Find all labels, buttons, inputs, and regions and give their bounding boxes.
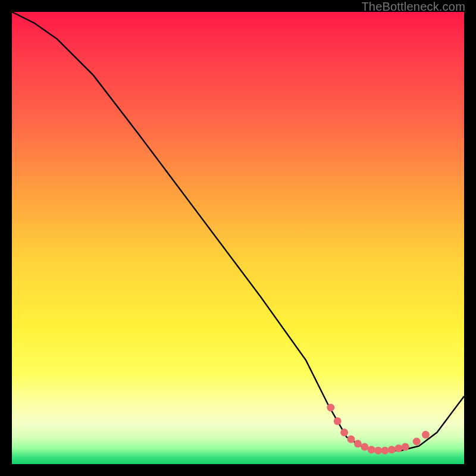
marker-dot: [327, 404, 334, 412]
marker-dot: [334, 417, 342, 425]
marker-dot: [413, 438, 421, 446]
marker-dot: [340, 428, 348, 436]
marker-dot: [354, 440, 362, 447]
marker-dot: [361, 443, 368, 451]
curve-svg: [12, 12, 464, 464]
marker-dot: [394, 444, 402, 452]
marker-dot: [402, 443, 409, 451]
marker-dot: [422, 431, 430, 439]
marker-dot: [374, 447, 382, 455]
marker-dot: [388, 446, 396, 453]
plot-area: [12, 12, 464, 464]
curve-path: [12, 12, 464, 450]
marker-dot: [347, 436, 355, 443]
marker-dot: [381, 447, 389, 455]
marker-dot: [368, 446, 375, 453]
chart-stage: TheBottleneck.com: [0, 0, 476, 476]
marker-group: [327, 404, 430, 455]
